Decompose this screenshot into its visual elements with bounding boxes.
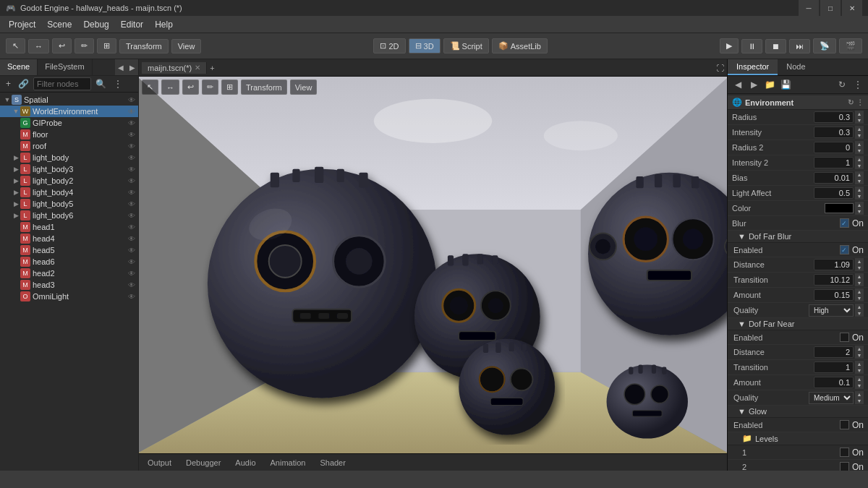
radius-down[interactable]: ▼ [855,117,864,124]
dof-far-distance-input[interactable] [814,259,854,270]
tree-expand-icon[interactable]: ▶ [12,154,20,161]
tree-visibility-icon[interactable]: 👁 [128,258,135,266]
dof-near-qual-down[interactable]: ▼ [855,398,864,404]
bias-input[interactable] [814,172,854,184]
tree-item[interactable]: Mhead4👁 [0,233,138,244]
add-node-btn[interactable]: + [3,77,14,90]
tree-item[interactable]: ▶Llight_body5👁 [0,198,138,210]
dof-near-amount-input[interactable] [814,377,854,388]
search-btn[interactable]: 🔍 [93,77,109,90]
menu-scene[interactable]: Scene [41,18,77,31]
tree-visibility-icon[interactable]: 👁 [128,166,135,174]
panel-arrow-right[interactable]: ▶ [127,59,138,75]
insp-nav-forward[interactable]: ▶ [746,77,761,92]
intensity-up[interactable]: ▲ [855,126,864,132]
bottom-tab-output[interactable]: Output [145,457,174,468]
play-btn[interactable]: ▶ [720,38,739,53]
tree-item[interactable]: ▶Llight_body6👁 [0,210,138,221]
bottom-tab-animation[interactable]: Animation [268,457,309,468]
tree-item[interactable]: Mhead5👁 [0,244,138,256]
tree-visibility-icon[interactable]: 👁 [128,293,135,301]
bottom-tab-audio[interactable]: Audio [232,457,258,468]
tree-expand-icon[interactable]: ▼ [3,96,12,103]
intensity-input[interactable] [814,127,854,138]
dof-far-trans-up[interactable]: ▲ [855,273,864,280]
tree-item[interactable]: ▶Llight_body2👁 [0,175,138,187]
dof-near-trans-up[interactable]: ▲ [855,361,864,367]
stop-btn[interactable]: ⏹ [765,39,786,53]
tab-scene[interactable]: Scene [0,59,38,75]
dof-near-amt-down[interactable]: ▼ [855,382,864,389]
dof-far-enabled-checkbox[interactable]: ✓ [840,245,849,254]
tree-item[interactable]: Mroof👁 [0,140,138,152]
tree-visibility-icon[interactable]: 👁 [128,96,135,104]
script-btn[interactable]: 📜 Script [443,38,489,53]
dof-far-blur-header[interactable]: ▼ Dof Far Blur [728,231,868,243]
tree-item[interactable]: Mhead2👁 [0,267,138,279]
insp-save-btn[interactable]: 💾 [778,77,793,92]
dof-far-amt-up[interactable]: ▲ [855,288,864,295]
titlebar-controls[interactable]: ─ □ ✕ [799,0,862,16]
link-node-btn[interactable]: 🔗 [15,77,32,90]
tool-scale[interactable]: ✏ [75,38,94,53]
tree-visibility-icon[interactable]: 👁 [128,177,135,185]
dof-near-dist-up[interactable]: ▲ [855,346,864,352]
dof-near-header[interactable]: ▼ Dof Far Near [728,318,868,330]
menu-debug[interactable]: Debug [77,18,114,31]
tool-move[interactable]: ↔ [28,39,49,53]
tree-expand-icon[interactable]: ▶ [12,200,20,207]
glow-enabled-checkbox[interactable] [840,420,849,429]
intensity2-input[interactable] [814,157,854,168]
glow-levels-header[interactable]: 📁 Levels [728,432,868,445]
fullscreen-btn[interactable]: ⛶ [716,64,724,72]
light-affect-up[interactable]: ▲ [855,187,864,193]
remote-btn[interactable]: 📡 [813,38,836,53]
pause-btn[interactable]: ⏸ [741,39,762,53]
color-picker[interactable] [825,203,854,213]
tree-item[interactable]: ▼SSpatial👁 [0,94,138,106]
glow-header[interactable]: ▼ Glow [728,406,868,418]
tool-transform-grid[interactable]: ⊞ [97,38,116,53]
tool-rotate[interactable]: ↩ [52,38,72,53]
maximize-button[interactable]: □ [820,0,841,16]
transform-menu-btn[interactable]: Transform [119,39,169,53]
step-btn[interactable]: ⏭ [789,39,810,53]
tree-item[interactable]: Mhead1👁 [0,221,138,233]
mode-3d-btn[interactable]: ⊟ 3D [409,38,441,53]
movie-btn[interactable]: 🎬 [839,38,862,53]
tool-select[interactable]: ↖ [6,38,25,53]
tree-visibility-icon[interactable]: 👁 [128,131,135,139]
tree-visibility-icon[interactable]: 👁 [128,247,135,254]
vp-select-btn[interactable]: ↖ [142,80,158,95]
tree-visibility-icon[interactable]: 👁 [128,270,135,278]
radius-input[interactable] [814,111,854,123]
glow-level-checkbox[interactable] [840,462,849,471]
radius2-down[interactable]: ▼ [855,147,864,154]
tree-item[interactable]: GGIProbe👁 [0,117,138,129]
minimize-button[interactable]: ─ [799,0,819,16]
dof-near-enabled-checkbox[interactable] [840,333,849,342]
vp-move-btn[interactable]: ↔ [161,80,179,95]
tree-item[interactable]: Mhead6👁 [0,256,138,267]
tree-expand-icon[interactable]: ▶ [12,166,20,173]
new-tab-btn[interactable]: + [210,64,214,72]
bottom-tab-shader[interactable]: Shader [317,457,348,468]
viewport-tab-main[interactable]: maijn.tscn(*) ✕ [142,62,207,74]
dof-near-distance-input[interactable] [814,346,854,358]
intensity2-up[interactable]: ▲ [855,156,864,163]
tree-visibility-icon[interactable]: 👁 [128,200,135,208]
dof-near-quality-select[interactable]: Medium High Low [809,392,854,404]
dof-near-qual-up[interactable]: ▲ [855,391,864,398]
panel-arrow-left[interactable]: ◀ [115,59,127,75]
tab-inspector[interactable]: Inspector [728,59,778,75]
glow-level-checkbox[interactable] [840,448,849,457]
color-down[interactable]: ▼ [855,208,864,215]
close-button[interactable]: ✕ [842,0,862,16]
viewport-canvas[interactable]: ↖ ↔ ↩ ✏ ⊞ Transform View [139,77,727,453]
bottom-tab-debugger[interactable]: Debugger [183,457,224,468]
vp-rotate-btn[interactable]: ↩ [182,80,199,95]
color-up[interactable]: ▲ [855,202,864,208]
dof-far-qual-up[interactable]: ▲ [855,304,864,310]
tree-expand-icon[interactable]: ▶ [12,189,20,196]
tree-visibility-icon[interactable]: 👁 [128,281,135,289]
